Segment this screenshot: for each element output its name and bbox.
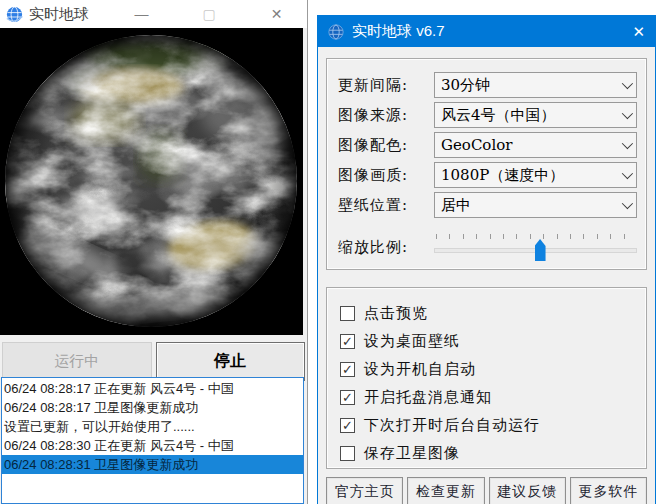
log-entry[interactable]: 06/24 08:28:17 正在更新 风云4号 - 中国 [2, 379, 303, 398]
settings-window: 实时地球 v6.7 ✕ 更新间隔: 30分钟 图像来源: 风云4号（中国） 图像… [317, 15, 656, 504]
setting-zoom-scale: 缩放比例: [338, 224, 637, 270]
setting-image-quality: 图像画质: 1080P（速度中） [338, 160, 637, 190]
setting-wallpaper-position: 壁纸位置: 居中 [338, 190, 637, 220]
checkbox-box[interactable]: ✓ [340, 334, 355, 349]
settings-titlebar[interactable]: 实时地球 v6.7 ✕ [318, 16, 655, 47]
update-log-list[interactable]: 06/24 08:28:17 正在更新 风云4号 - 中国 06/24 08:2… [1, 377, 304, 504]
window-title: 实时地球 [29, 5, 89, 24]
checkbox-auto-start[interactable]: ✓ 设为开机自启动 [340, 355, 637, 383]
slider-ticks [436, 234, 635, 239]
color-scheme-dropdown[interactable]: GeoColor [434, 132, 637, 158]
maximize-button[interactable]: ▢ [187, 6, 232, 22]
image-settings-group: 更新间隔: 30分钟 图像来源: 风云4号（中国） 图像配色: GeoColor [326, 58, 647, 270]
close-button[interactable]: ✕ [254, 6, 299, 22]
setting-color-scheme: 图像配色: GeoColor [338, 130, 637, 160]
checkbox-box[interactable]: ✓ [340, 390, 355, 405]
setting-label: 图像配色: [338, 136, 434, 155]
more-software-button[interactable]: 更多软件 [570, 477, 647, 504]
check-icon: ✓ [342, 363, 353, 376]
close-icon[interactable]: ✕ [615, 23, 645, 41]
minimize-button[interactable]: — [119, 6, 164, 22]
log-entry[interactable]: 06/24 08:28:31 卫星图像更新成功 [2, 455, 303, 474]
feedback-button[interactable]: 建议反馈 [489, 477, 566, 504]
setting-label: 图像来源: [338, 106, 434, 125]
checkbox-background-run[interactable]: ✓ 下次打开时后台自动运行 [340, 411, 637, 439]
checkbox-save-satellite-image[interactable]: 保存卫星图像 [340, 439, 637, 467]
chevron-down-icon [622, 138, 633, 149]
desktop: 实时地球 — ▢ ✕ [0, 0, 657, 504]
log-entry[interactable]: 设置已更新，可以开始使用了...... [2, 417, 303, 436]
log-entry[interactable]: 06/24 08:28:17 卫星图像更新成功 [2, 398, 303, 417]
check-update-button[interactable]: 检查更新 [407, 477, 484, 504]
chevron-down-icon [622, 168, 633, 179]
options-group: 点击预览 ✓ 设为桌面壁纸 ✓ 设为开机自启动 ✓ 开启托盘消息通知 ✓ 下次打… [326, 287, 647, 469]
zoom-slider[interactable] [434, 230, 637, 264]
footer-buttons: 官方主页 检查更新 建议反馈 更多软件 [326, 477, 647, 504]
setting-update-interval: 更新间隔: 30分钟 [338, 70, 637, 100]
earth-viewer-window: 实时地球 — ▢ ✕ [0, 0, 308, 504]
check-icon: ✓ [342, 419, 353, 432]
checkbox-set-desktop-wallpaper[interactable]: ✓ 设为桌面壁纸 [340, 327, 637, 355]
slider-thumb[interactable] [535, 239, 546, 261]
running-button: 运行中 [2, 342, 152, 381]
earth-globe-graphic [0, 28, 303, 335]
chevron-down-icon [622, 78, 633, 89]
checkbox-box[interactable]: ✓ [340, 418, 355, 433]
app-globe-icon [328, 24, 344, 40]
setting-label: 壁纸位置: [338, 196, 434, 215]
left-titlebar[interactable]: 实时地球 — ▢ ✕ [0, 0, 307, 28]
setting-image-source: 图像来源: 风云4号（中国） [338, 100, 637, 130]
chevron-down-icon [622, 108, 633, 119]
image-source-dropdown[interactable]: 风云4号（中国） [434, 102, 637, 128]
stop-button[interactable]: 停止 [156, 342, 306, 381]
update-interval-dropdown[interactable]: 30分钟 [434, 72, 637, 98]
check-icon: ✓ [342, 335, 353, 348]
checkbox-box[interactable]: ✓ [340, 362, 355, 377]
log-entry[interactable]: 06/24 08:28:30 正在更新 风云4号 - 中国 [2, 436, 303, 455]
setting-label: 更新间隔: [338, 76, 434, 95]
check-icon: ✓ [342, 391, 353, 404]
wallpaper-position-dropdown[interactable]: 居中 [434, 192, 637, 218]
satellite-earth-image [0, 28, 303, 335]
setting-label: 缩放比例: [338, 238, 434, 257]
checkbox-box[interactable] [340, 446, 355, 461]
app-globe-icon [6, 6, 23, 23]
chevron-down-icon [622, 198, 633, 209]
image-quality-dropdown[interactable]: 1080P（速度中） [434, 162, 637, 188]
official-homepage-button[interactable]: 官方主页 [326, 477, 403, 504]
checkbox-tray-notifications[interactable]: ✓ 开启托盘消息通知 [340, 383, 637, 411]
checkbox-click-preview[interactable]: 点击预览 [340, 299, 637, 327]
checkbox-box[interactable] [340, 306, 355, 321]
setting-label: 图像画质: [338, 166, 434, 185]
settings-window-title: 实时地球 v6.7 [352, 22, 615, 41]
